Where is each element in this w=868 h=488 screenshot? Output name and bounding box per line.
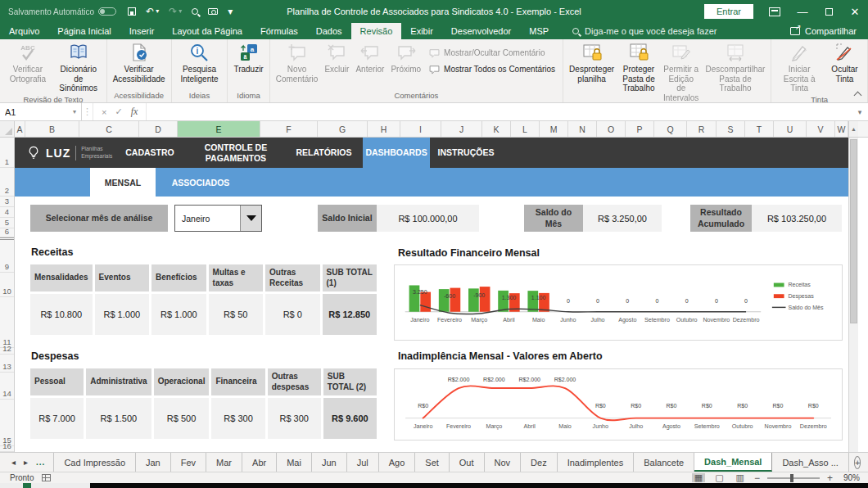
name-box-caret-icon[interactable]: ▾ [73, 108, 76, 115]
row-header-4[interactable]: 4 [0, 207, 14, 218]
sheet-tab-set[interactable]: Set [415, 453, 450, 472]
expand-formula-bar-icon[interactable]: ▾ [852, 103, 868, 120]
table-value-cell[interactable]: R$ 0 [265, 294, 319, 335]
nav-tab-dashboards[interactable]: DASHBOARDS [363, 138, 430, 168]
menu-tab-exibir[interactable]: Exibir [401, 23, 442, 39]
table-header-cell[interactable]: Benefícios [151, 264, 206, 291]
sheet-tab-dez[interactable]: Dez [521, 453, 558, 472]
nav-tab-controle-de-pagamentos[interactable]: CONTROLE DE PAGAMENTOS [187, 138, 285, 168]
sheet-tab-mar[interactable]: Mar [206, 453, 242, 472]
dropdown-arrow-icon[interactable] [240, 206, 261, 231]
column-header-i[interactable]: I [400, 121, 441, 137]
ribbon-button-traduzir[interactable]: aãTraduzir [230, 41, 266, 75]
column-header-d[interactable]: D [139, 121, 178, 137]
table-value-cell[interactable]: R$ 7.000 [30, 398, 84, 439]
row-header-11[interactable]: 11 [0, 297, 14, 348]
menu-tab-inserir[interactable]: Inserir [120, 23, 164, 39]
row-header-6[interactable]: 6 [0, 228, 14, 237]
ribbon-toggle-mostrar-todos-os-comentarios[interactable]: Mostrar Todos os Comentários [429, 64, 555, 75]
column-header-e[interactable]: E [178, 121, 260, 137]
column-header-l[interactable]: L [511, 121, 540, 137]
sheet-tab-out[interactable]: Out [450, 453, 485, 472]
row-header-13[interactable]: 13 [0, 355, 14, 373]
ribbon-button-verificar-acessibilidade[interactable]: Verificar Acessibilidade [110, 41, 169, 84]
column-header-o[interactable]: O [597, 121, 626, 137]
undo-caret-icon[interactable]: ▾ [156, 8, 159, 15]
print-preview-button[interactable] [192, 8, 198, 15]
subtab-associados[interactable]: ASSOCIADOS [156, 168, 246, 197]
cancel-entry-icon[interactable]: × [102, 107, 106, 117]
column-header-g[interactable]: G [318, 121, 368, 137]
menu-tab-desenvolvedor[interactable]: Desenvolvedor [442, 23, 520, 39]
autosave-switch-icon[interactable] [98, 7, 116, 16]
sheet-tab-ago[interactable]: Ago [379, 453, 416, 472]
formula-input[interactable] [147, 103, 852, 120]
row-header-3[interactable]: 3 [0, 197, 14, 207]
name-box-input[interactable] [5, 107, 54, 117]
sheet-tab-inadimplentes[interactable]: Inadimplentes [558, 453, 635, 472]
confirm-entry-icon[interactable]: ✓ [115, 106, 122, 117]
save-button[interactable] [128, 7, 136, 16]
field-value-saldo-inicial[interactable]: R$ 100.000,00 [377, 205, 479, 232]
page-layout-view-button[interactable]: ▢ [712, 473, 726, 482]
table-value-cell[interactable]: R$ 9.600 [323, 398, 377, 439]
ribbon-button-ocultar-tinta[interactable]: Ocultar Tinta [825, 41, 865, 84]
row-header-2[interactable]: 2 [0, 168, 14, 197]
row-header-1[interactable]: 1 [0, 138, 14, 168]
sheet-tab-fev[interactable]: Fev [171, 453, 206, 472]
table-value-cell[interactable]: R$ 300 [268, 398, 321, 439]
page-break-view-button[interactable]: ▥ [734, 473, 747, 482]
column-header-q[interactable]: Q [654, 121, 687, 137]
maximize-button[interactable] [816, 0, 842, 23]
row-header-15[interactable]: 15 [0, 400, 14, 446]
inadimplencia-chart[interactable]: JaneiroFevereiroMarçoAbrilMaioJunhoJulho… [394, 368, 843, 441]
resultado-financeiro-chart[interactable]: JaneiroFevereiroMarçoAbrilMaioJunhoJulho… [394, 264, 843, 341]
menu-tab-arquivo[interactable]: Arquivo [0, 23, 48, 39]
row-header-14[interactable]: 14 [0, 373, 14, 400]
field-value-resultado-acumulado[interactable]: R$ 103.250,00 [752, 205, 842, 232]
name-box[interactable]: ▾ [0, 103, 82, 120]
table-header-cell[interactable]: Multas e taxas [209, 264, 263, 291]
close-button[interactable]: ✕ [842, 0, 868, 23]
nav-tab-relatorios[interactable]: RELATÓRIOS [285, 138, 363, 168]
qat-customize-button[interactable]: ▾ [228, 7, 233, 16]
sheet-tab-jun[interactable]: Jun [312, 453, 347, 472]
scroll-up-button[interactable]: ▲ [848, 121, 858, 137]
menu-tab-dados[interactable]: Dados [307, 23, 351, 39]
sheet-tab-jan[interactable]: Jan [136, 453, 171, 472]
share-button[interactable]: Compartilhar [805, 26, 857, 36]
column-header-m[interactable]: M [540, 121, 568, 137]
column-header-u[interactable]: U [774, 121, 807, 137]
macro-record-icon[interactable] [42, 474, 51, 481]
sheet-tab-dash-asso[interactable]: Dash_Asso ... [772, 453, 848, 472]
table-header-cell[interactable]: Pessoal [30, 368, 84, 395]
nav-tab-instrucoes[interactable]: INSTRUÇÕES [430, 138, 502, 168]
sheet-tab-mai[interactable]: Mai [277, 453, 312, 472]
vertical-scrollbar-thumb[interactable] [850, 139, 857, 323]
menu-tab-msp[interactable]: MSP [520, 23, 558, 39]
ribbon-button-dicionario-de-sinonimos[interactable]: Dicionário de Sinônimos [53, 41, 104, 93]
sheet-tab-dash-mensal[interactable]: Dash_Mensal [694, 453, 772, 472]
table-header-cell[interactable]: Operacional [154, 368, 210, 395]
tell-me-search[interactable]: Diga-me o que você deseja fazer [572, 23, 717, 39]
table-value-cell[interactable]: R$ 10.800 [30, 294, 93, 335]
table-header-cell[interactable]: Eventos [95, 264, 149, 291]
row-header-12[interactable]: 12 [0, 348, 14, 355]
menu-tab-layout-da-pagina[interactable]: Layout da Página [163, 23, 251, 39]
column-header-v[interactable]: V [807, 121, 835, 137]
table-header-cell[interactable]: Administrativa [86, 368, 151, 395]
ribbon-button-desproteger-planilha[interactable]: Desproteger planilha [566, 41, 617, 84]
sign-in-button[interactable]: Entrar [704, 4, 753, 19]
column-header-p[interactable]: P [626, 121, 654, 137]
subtab-mensal[interactable]: MENSAL [90, 168, 156, 197]
column-header-j[interactable]: J [441, 121, 482, 137]
table-header-cell[interactable]: Outras despesas [268, 368, 321, 395]
menu-tab-pagina-inicial[interactable]: Página Inicial [48, 23, 120, 39]
row-header-9[interactable]: 9 [0, 240, 14, 273]
insert-function-icon[interactable]: fx [131, 106, 138, 118]
sheet-nav-right-icon[interactable]: ▸ [24, 458, 28, 467]
excel-taskbar-icon[interactable] [23, 483, 31, 488]
table-value-cell[interactable]: R$ 1.000 [95, 294, 149, 335]
table-value-cell[interactable]: R$ 50 [209, 294, 263, 335]
zoom-slider-thumb[interactable] [790, 474, 793, 482]
